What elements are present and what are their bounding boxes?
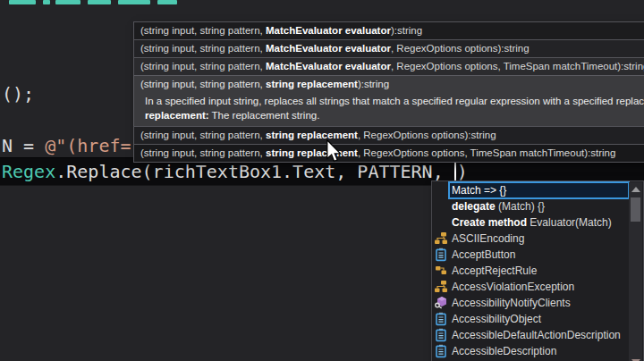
completion-item-label: delegate (Match) {}	[449, 198, 629, 214]
completion-item-label: Match => {}	[449, 182, 629, 198]
completion-item-label: Create method Evaluator(Match)	[449, 214, 629, 231]
class-name: Regex	[2, 161, 55, 182]
completion-item[interactable]: AccessViolationException	[432, 279, 629, 295]
signature-help-popup: (string input, string pattern, MatchEval…	[133, 22, 644, 163]
overload-signature: (string input, string pattern, MatchEval…	[133, 21, 644, 40]
code-line-current[interactable]: Regex.Replace(richTextBox1.Text, PATTERN…	[2, 159, 468, 184]
code-text: )	[457, 161, 468, 182]
completion-item[interactable]: AccessibleDescription	[432, 343, 629, 359]
code-text: .Replace(richTextBox1.Text, PATTERN,	[55, 161, 454, 182]
string-literal: @"(href="	[45, 135, 141, 156]
code-line-close-paren[interactable]: ();	[2, 81, 34, 106]
icon-slot-empty	[432, 215, 449, 230]
mouse-cursor-icon	[326, 139, 342, 166]
overload-signature: (string input, string pattern, string re…	[133, 126, 644, 145]
completion-item-label: AccessViolationException	[449, 279, 629, 295]
completion-item-label: AccessibilityObject	[449, 311, 629, 327]
completion-item[interactable]: AccessibilityNotifyClients	[432, 295, 629, 311]
overload-signature: (string input, string pattern, string re…	[133, 144, 644, 163]
overload-signature: (string input, string pattern, string re…	[134, 76, 644, 93]
enum-icon	[432, 264, 449, 278]
completion-item[interactable]: delegate (Match) {}	[432, 198, 629, 214]
completion-item-label: AcceptRejectRule	[449, 263, 629, 279]
completion-item-label: ASCIIEncoding	[449, 231, 629, 247]
scroll-thumb[interactable]	[631, 197, 640, 222]
method-protected-icon	[432, 296, 449, 310]
scroll-up-arrow-icon[interactable]	[631, 187, 640, 192]
property-icon	[432, 312, 449, 326]
icon-slot-empty	[432, 183, 449, 197]
completion-item[interactable]: AcceptRejectRule	[432, 263, 629, 279]
overload-signature: (string input, string pattern, MatchEval…	[133, 57, 644, 76]
completion-item[interactable]: AccessibilityObject	[432, 311, 629, 327]
completion-item-label: AcceptButton	[449, 247, 629, 263]
completion-scrollbar[interactable]	[629, 182, 642, 361]
property-icon	[432, 344, 449, 358]
property-icon	[432, 328, 449, 342]
class-icon	[432, 280, 449, 294]
completion-item-label: AccessibleDefaultActionDescription	[449, 327, 629, 343]
completion-item-label: AccessibilityNotifyClients	[449, 295, 629, 311]
completion-item-label: AccessibleDescription	[449, 343, 629, 359]
text-caret	[454, 161, 456, 181]
completion-item[interactable]: ASCIIEncoding	[432, 231, 629, 247]
code-text: ();	[2, 83, 34, 105]
completion-item[interactable]: AccessibleDefaultActionDescription	[432, 327, 629, 343]
property-icon	[432, 248, 449, 262]
icon-slot-empty	[432, 199, 449, 214]
completion-item[interactable]: Create method Evaluator(Match)	[432, 214, 629, 231]
completion-item[interactable]: Match => {}	[432, 182, 629, 198]
code-line-pattern[interactable]: N = @"(href="	[2, 133, 142, 158]
completion-item[interactable]: AcceptButton	[432, 247, 629, 263]
overload-signature: (string input, string pattern, MatchEval…	[133, 39, 644, 58]
completion-list-popup: Match => {}delegate (Match) {}Create met…	[431, 180, 644, 361]
active-overload-tooltip: (string input, string pattern, string re…	[133, 75, 644, 127]
overload-description: In a specified input string, replaces al…	[134, 93, 644, 126]
class-icon	[432, 231, 449, 246]
code-text: N =	[2, 135, 45, 156]
